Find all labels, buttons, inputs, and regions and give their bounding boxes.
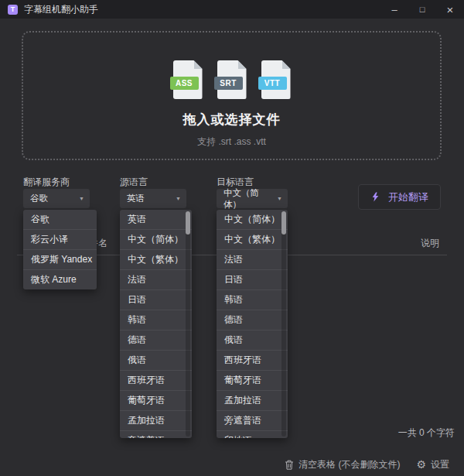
footer-bar: 清空表格 (不会删除文件) ⚙ 设置	[0, 453, 464, 476]
trash-icon	[285, 460, 294, 470]
scrollbar-thumb[interactable]	[281, 211, 286, 235]
target-language-option[interactable]: 印地语	[217, 430, 288, 438]
scrollbar-thumb[interactable]	[186, 211, 190, 235]
gear-icon: ⚙	[416, 459, 426, 470]
titlebar: T 字幕组机翻小助手 – □ ×	[0, 0, 464, 19]
target-language-option[interactable]: 日语	[217, 269, 288, 289]
file-type-icon: SRT	[217, 60, 247, 99]
target-language-option[interactable]: 葡萄牙语	[217, 370, 288, 390]
file-fold-corner	[194, 60, 203, 69]
file-type-icon: VTT	[261, 60, 291, 99]
target-language-option[interactable]: 旁遮普语	[217, 410, 288, 430]
target-language-selected-value: 中文（简体）	[223, 187, 274, 211]
settings-label: 设置	[431, 458, 449, 471]
file-type-label: ASS	[170, 77, 199, 90]
source-language-dropdown-list: 英语 中文（简体） 中文（繁体） 法语 日语 韩语 德语 俄语 西班牙语 葡萄牙…	[120, 210, 192, 438]
source-language-option[interactable]: 旁遮普语	[120, 430, 192, 438]
window-controls: – □ ×	[380, 0, 464, 19]
settings-button[interactable]: ⚙ 设置	[416, 458, 449, 471]
provider-selected-value: 谷歌	[30, 193, 48, 204]
file-fold-corner	[282, 60, 291, 69]
source-language-option[interactable]: 俄语	[120, 350, 192, 370]
source-language-selected-value: 英语	[127, 193, 145, 204]
file-type-label: VTT	[258, 77, 287, 90]
source-language-option[interactable]: 英语	[120, 210, 192, 229]
maximize-icon[interactable]: □	[408, 0, 436, 19]
provider-select[interactable]: 谷歌 ▼	[23, 189, 90, 208]
target-language-option[interactable]: 孟加拉语	[217, 390, 288, 410]
provider-option[interactable]: 微软 Azure	[23, 269, 97, 289]
dropzone-subtitle: 支持 .srt .ass .vtt	[197, 135, 266, 149]
chevron-down-icon: ▼	[176, 196, 181, 201]
provider-dropdown-list: 谷歌 彩云小译 俄罗斯 Yandex 微软 Azure	[23, 210, 97, 289]
provider-option[interactable]: 俄罗斯 Yandex	[23, 249, 97, 269]
lightning-icon	[370, 192, 380, 202]
chevron-down-icon: ▼	[79, 196, 84, 201]
app-icon: T	[8, 5, 18, 15]
target-language-option[interactable]: 中文（繁体）	[217, 229, 288, 249]
source-language-option[interactable]: 西班牙语	[120, 370, 192, 390]
source-language-option[interactable]: 中文（繁体）	[120, 249, 192, 269]
window-title: 字幕组机翻小助手	[24, 3, 98, 16]
start-button-label: 开始翻译	[388, 190, 428, 204]
char-count-label: 一共 0 个字符	[398, 426, 455, 440]
minimize-icon[interactable]: –	[380, 0, 408, 19]
target-language-option[interactable]: 中文（简体）	[217, 210, 288, 229]
source-language-select[interactable]: 英语 ▼	[120, 189, 186, 208]
clear-table-label: 清空表格 (不会删除文件)	[299, 458, 400, 471]
scrollbar-track[interactable]	[186, 211, 190, 437]
source-language-option[interactable]: 葡萄牙语	[120, 390, 192, 410]
file-type-icons: ASS SRT VTT	[173, 60, 291, 99]
source-language-option[interactable]: 法语	[120, 269, 192, 289]
source-language-option[interactable]: 中文（简体）	[120, 229, 192, 249]
dropzone-title: 拖入或选择文件	[183, 111, 281, 128]
start-translate-button[interactable]: 开始翻译	[358, 184, 441, 210]
target-language-option[interactable]: 法语	[217, 249, 288, 269]
source-language-option[interactable]: 德语	[120, 330, 192, 350]
source-language-label: 源语言	[120, 176, 148, 189]
target-language-dropdown-list: 中文（简体） 中文（繁体） 法语 日语 韩语 德语 俄语 西班牙语 葡萄牙语 孟…	[217, 210, 288, 438]
target-language-option[interactable]: 俄语	[217, 330, 288, 350]
clear-table-button[interactable]: 清空表格 (不会删除文件)	[285, 458, 400, 471]
target-language-option[interactable]: 西班牙语	[217, 350, 288, 370]
file-type-label: SRT	[214, 77, 243, 90]
chevron-down-icon: ▼	[277, 196, 282, 201]
provider-option[interactable]: 彩云小译	[23, 229, 97, 249]
source-language-option[interactable]: 孟加拉语	[120, 410, 192, 430]
column-header-description: 说明	[421, 237, 439, 250]
close-icon[interactable]: ×	[436, 0, 464, 19]
provider-option[interactable]: 谷歌	[23, 210, 97, 229]
file-type-icon: ASS	[173, 60, 203, 99]
target-language-option[interactable]: 韩语	[217, 289, 288, 310]
file-dropzone[interactable]: ASS SRT VTT 拖入或选择文件 支持 .srt .ass .vtt	[22, 31, 442, 160]
provider-label: 翻译服务商	[23, 176, 70, 189]
scrollbar-track[interactable]	[281, 211, 286, 437]
target-language-select[interactable]: 中文（简体） ▼	[217, 189, 288, 208]
source-language-option[interactable]: 日语	[120, 289, 192, 310]
source-language-option[interactable]: 韩语	[120, 310, 192, 330]
target-language-option[interactable]: 德语	[217, 310, 288, 330]
file-fold-corner	[238, 60, 247, 69]
